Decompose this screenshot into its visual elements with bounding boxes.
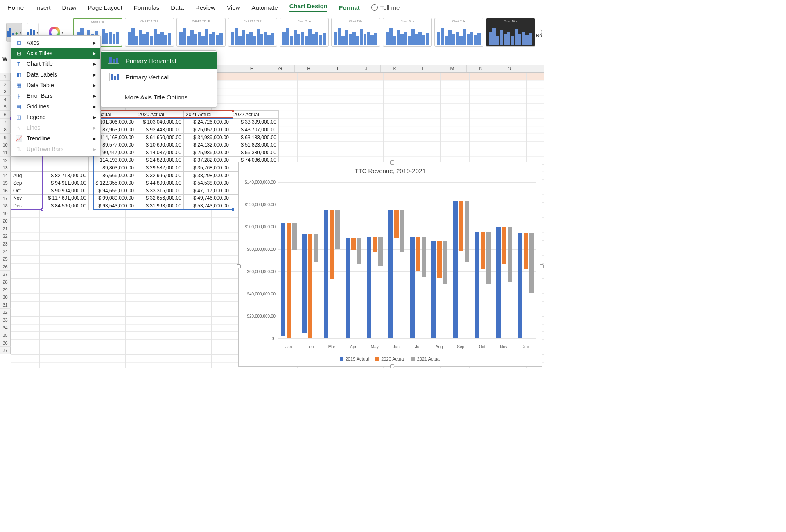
chart-style-thumb-8[interactable]: Chart Title	[434, 18, 483, 47]
tab-format[interactable]: Format	[339, 4, 360, 11]
row-header-35[interactable]: 35	[0, 331, 11, 339]
bar-2019-Actual-Dec[interactable]	[518, 233, 522, 338]
chart-style-thumb-3[interactable]: CHART TITLE	[176, 18, 226, 47]
col-header-F[interactable]: F	[237, 65, 266, 72]
chart-style-thumb-6[interactable]: Chart Title	[331, 18, 380, 47]
menu-item-axis-titles[interactable]: ⊟Axis Titles▶	[11, 48, 100, 59]
tab-insert[interactable]: Insert	[35, 4, 51, 11]
menu-item-axes[interactable]: ⊞Axes▶	[11, 37, 100, 48]
row-header-22[interactable]: 22	[0, 232, 11, 240]
menu-item-error-bars[interactable]: ⟊Error Bars▶	[11, 90, 100, 101]
row-header-31[interactable]: 31	[0, 301, 11, 309]
chart-style-thumb-4[interactable]: CHART TITLE	[228, 18, 277, 47]
row-header-33[interactable]: 33	[0, 316, 11, 324]
row-header-5[interactable]: 5	[0, 103, 11, 111]
bar-2019-Actual-Mar[interactable]	[324, 210, 328, 338]
row-header-7[interactable]: 7	[0, 119, 11, 126]
chart-style-thumb-5[interactable]: Chart Title	[280, 18, 329, 47]
col-header-J[interactable]: J	[352, 65, 381, 72]
menu-item-legend[interactable]: ◫Legend▶	[11, 112, 100, 122]
row-header-36[interactable]: 36	[0, 339, 11, 347]
tab-data[interactable]: Data	[171, 4, 184, 11]
bar-2020-Actual-May[interactable]	[373, 237, 377, 252]
bar-2019-Actual-Feb[interactable]	[302, 234, 307, 333]
bar-2019-Actual-Sep[interactable]	[453, 201, 458, 338]
bar-2021-Actual-May[interactable]	[378, 237, 383, 266]
col-header-N[interactable]: N	[467, 65, 495, 72]
chart-plot-area[interactable]	[278, 182, 536, 338]
submenu-item-primary-horizontal[interactable]: Primary Horizontal	[101, 52, 217, 69]
bar-2020-Actual-Feb[interactable]	[308, 234, 312, 338]
chart-style-thumb-7[interactable]: Chart Title	[383, 18, 432, 47]
row-header-30[interactable]: 30	[0, 293, 11, 301]
col-header-K[interactable]: K	[381, 65, 409, 72]
row-header-12[interactable]: 12	[0, 157, 11, 165]
chart-legend[interactable]: 2019 Actual2020 Actual2021 Actual	[239, 356, 542, 361]
row-header-16[interactable]: 16	[0, 187, 11, 195]
bar-2020-Actual-Jul[interactable]	[416, 237, 420, 271]
bar-2019-Actual-Oct[interactable]	[475, 232, 479, 338]
menu-item-trendline[interactable]: 📈Trendline▶	[11, 133, 100, 144]
bar-2020-Actual-Aug[interactable]	[437, 241, 442, 278]
chart-style-thumb-2[interactable]: CHART TITLE	[125, 18, 174, 47]
bar-2021-Actual-Nov[interactable]	[508, 227, 512, 283]
row-header-15[interactable]: 15	[0, 179, 11, 187]
bar-2021-Actual-Sep[interactable]	[465, 201, 469, 262]
bar-2021-Actual-Apr[interactable]	[357, 238, 361, 265]
chart-style-thumb-9[interactable]: Chart Title	[486, 18, 535, 47]
bar-2020-Actual-Jun[interactable]	[394, 210, 399, 238]
row-header-11[interactable]: 11	[0, 149, 11, 157]
tab-chart-design[interactable]: Chart Design	[289, 2, 328, 12]
row-header-19[interactable]: 19	[0, 210, 11, 218]
row-header-3[interactable]: 3	[0, 88, 11, 96]
tab-page-layout[interactable]: Page Layout	[88, 4, 122, 11]
tab-automate[interactable]: Automate	[251, 4, 278, 11]
bar-2020-Actual-Sep[interactable]	[459, 201, 463, 251]
row-header-13[interactable]: 13	[0, 164, 11, 172]
row-header-32[interactable]: 32	[0, 309, 11, 316]
menu-item-gridlines[interactable]: ▤Gridlines▶	[11, 101, 100, 112]
bar-2020-Actual-Jan[interactable]	[287, 223, 291, 338]
tab-review[interactable]: Review	[195, 4, 215, 11]
bar-2020-Actual-Mar[interactable]	[330, 210, 334, 279]
submenu-item-primary-vertical[interactable]: Primary Vertical	[101, 69, 217, 85]
row-header-28[interactable]: 28	[0, 278, 11, 286]
row-header-8[interactable]: 8	[0, 126, 11, 134]
col-header-G[interactable]: G	[266, 65, 295, 72]
bar-2021-Actual-Dec[interactable]	[529, 233, 534, 293]
row-header-17[interactable]: 17	[0, 195, 11, 203]
row-header-24[interactable]: 24	[0, 248, 11, 256]
chart-title[interactable]: TTC Revenue, 2019-2021	[239, 162, 542, 176]
legend-entry-2021-Actual[interactable]: 2021 Actual	[411, 356, 441, 361]
row-header-1[interactable]: 1	[0, 73, 11, 81]
col-header-I[interactable]: I	[323, 65, 352, 72]
row-header-20[interactable]: 20	[0, 217, 11, 225]
tab-formulas[interactable]: Formulas	[134, 4, 160, 11]
row-header-37[interactable]: 37	[0, 347, 11, 354]
row-headers[interactable]: 1234567891011121314151617181920212223242…	[0, 73, 11, 354]
bar-2019-Actual-Nov[interactable]	[496, 227, 501, 338]
row-header-6[interactable]: 6	[0, 111, 11, 119]
row-header-23[interactable]: 23	[0, 240, 11, 248]
col-header-H[interactable]: H	[295, 65, 323, 72]
row-header-18[interactable]: 18	[0, 202, 11, 210]
embedded-chart[interactable]: TTC Revenue, 2019-2021 $-$20,000,000.00$…	[238, 162, 542, 367]
bar-2021-Actual-Jun[interactable]	[400, 210, 404, 252]
tab-draw[interactable]: Draw	[62, 4, 77, 11]
bar-2019-Actual-Apr[interactable]	[346, 238, 350, 338]
tab-home[interactable]: Home	[7, 4, 24, 11]
menu-item-data-table[interactable]: ▦Data Table▶	[11, 80, 100, 90]
bar-2020-Actual-Oct[interactable]	[481, 232, 485, 269]
tab-view[interactable]: View	[227, 4, 240, 11]
row-header-29[interactable]: 29	[0, 286, 11, 294]
row-header-9[interactable]: 9	[0, 134, 11, 142]
legend-entry-2019-Actual[interactable]: 2019 Actual	[340, 356, 369, 361]
bar-2020-Actual-Apr[interactable]	[351, 238, 356, 250]
bar-2021-Actual-Jul[interactable]	[422, 237, 426, 277]
row-header-21[interactable]: 21	[0, 225, 11, 233]
bar-2021-Actual-Jan[interactable]	[292, 223, 297, 250]
menu-item-data-labels[interactable]: ◧Data Labels▶	[11, 69, 100, 80]
bar-2021-Actual-Mar[interactable]	[335, 210, 340, 249]
tell-me-search[interactable]: Tell me	[371, 4, 400, 11]
bar-2020-Actual-Nov[interactable]	[502, 227, 506, 264]
